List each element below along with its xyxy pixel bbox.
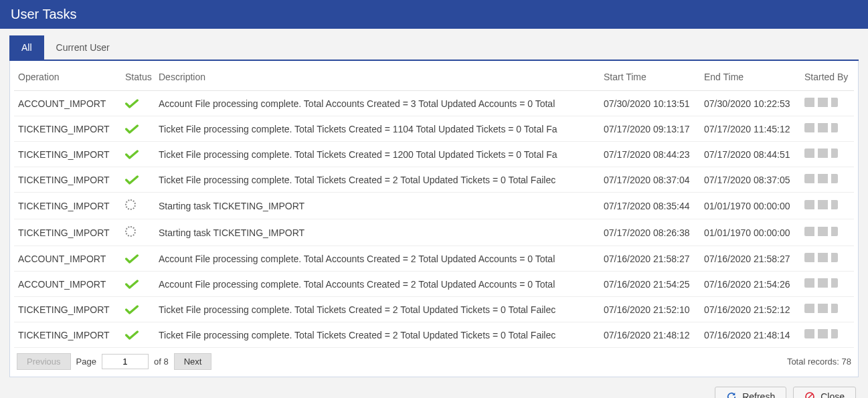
cell-end-time: 07/17/2020 08:44:51 bbox=[700, 142, 800, 167]
redacted-text bbox=[804, 304, 838, 313]
cell-started-by bbox=[800, 322, 854, 348]
content-area: All Current User Operation Status Descri… bbox=[0, 29, 868, 398]
cell-started-by bbox=[800, 297, 854, 322]
cell-started-by bbox=[800, 142, 854, 167]
table-row[interactable]: ACCOUNT_IMPORTAccount File processing co… bbox=[14, 91, 854, 116]
total-records: Total records: 78 bbox=[787, 357, 851, 367]
cell-operation: ACCOUNT_IMPORT bbox=[14, 246, 121, 272]
cell-started-by bbox=[800, 193, 854, 219]
cell-start-time: 07/17/2020 08:44:23 bbox=[600, 142, 700, 167]
cell-description: Ticket File processing complete. Total T… bbox=[155, 167, 600, 193]
cell-operation: TICKETING_IMPORT bbox=[14, 297, 121, 322]
checkmark-icon bbox=[125, 330, 151, 340]
cell-status bbox=[121, 91, 155, 116]
cell-started-by bbox=[800, 91, 854, 116]
table-row[interactable]: ACCOUNT_IMPORTAccount File processing co… bbox=[14, 246, 854, 272]
close-button[interactable]: Close bbox=[793, 387, 856, 398]
cell-description: Account File processing complete. Total … bbox=[155, 272, 600, 297]
redacted-text bbox=[804, 174, 838, 183]
cell-started-by bbox=[800, 246, 854, 272]
cell-operation: TICKETING_IMPORT bbox=[14, 322, 121, 348]
cell-description: Starting task TICKETING_IMPORT bbox=[155, 193, 600, 219]
table-row[interactable]: TICKETING_IMPORTTicket File processing c… bbox=[14, 142, 854, 167]
redacted-text bbox=[804, 200, 838, 209]
tab-all[interactable]: All bbox=[9, 35, 44, 60]
cell-started-by bbox=[800, 116, 854, 142]
redacted-text bbox=[804, 329, 838, 338]
cell-operation: TICKETING_IMPORT bbox=[14, 219, 121, 246]
table-row[interactable]: ACCOUNT_IMPORTAccount File processing co… bbox=[14, 272, 854, 297]
col-status[interactable]: Status bbox=[121, 65, 155, 91]
checkmark-icon bbox=[125, 280, 151, 289]
cell-operation: TICKETING_IMPORT bbox=[14, 116, 121, 142]
cell-description: Ticket File processing complete. Total T… bbox=[155, 297, 600, 322]
cell-start-time: 07/17/2020 08:35:44 bbox=[600, 193, 700, 219]
cell-start-time: 07/17/2020 08:26:38 bbox=[600, 219, 700, 246]
cell-status bbox=[121, 322, 155, 348]
cell-end-time: 01/01/1970 00:00:00 bbox=[700, 219, 800, 246]
cell-start-time: 07/16/2020 21:54:25 bbox=[600, 272, 700, 297]
cell-start-time: 07/16/2020 21:58:27 bbox=[600, 246, 700, 272]
cell-end-time: 01/01/1970 00:00:00 bbox=[700, 193, 800, 219]
cell-operation: TICKETING_IMPORT bbox=[14, 193, 121, 219]
table-row[interactable]: TICKETING_IMPORTStarting task TICKETING_… bbox=[14, 219, 854, 246]
table-row[interactable]: TICKETING_IMPORTTicket File processing c… bbox=[14, 116, 854, 142]
redacted-text bbox=[804, 278, 838, 288]
cell-status bbox=[121, 246, 155, 272]
cell-description: Account File processing complete. Total … bbox=[155, 91, 600, 116]
cell-started-by bbox=[800, 272, 854, 297]
cell-end-time: 07/30/2020 10:22:53 bbox=[700, 91, 800, 116]
cell-start-time: 07/16/2020 21:52:10 bbox=[600, 297, 700, 322]
refresh-label: Refresh bbox=[742, 391, 775, 398]
table-row[interactable]: TICKETING_IMPORTTicket File processing c… bbox=[14, 297, 854, 322]
cell-end-time: 07/16/2020 21:48:14 bbox=[700, 322, 800, 348]
checkmark-icon bbox=[125, 305, 151, 314]
cell-start-time: 07/17/2020 08:37:04 bbox=[600, 167, 700, 193]
cell-started-by bbox=[800, 167, 854, 193]
window-title: User Tasks bbox=[11, 7, 77, 21]
cell-description: Account File processing complete. Total … bbox=[155, 246, 600, 272]
cell-description: Ticket File processing complete. Total T… bbox=[155, 116, 600, 142]
cell-operation: ACCOUNT_IMPORT bbox=[14, 272, 121, 297]
footer-buttons: Refresh Close bbox=[9, 380, 859, 398]
pager: Previous Page of 8 Next Total records: 7… bbox=[14, 348, 854, 373]
user-tasks-window: User Tasks All Current User Operation St… bbox=[0, 0, 868, 398]
checkmark-icon bbox=[125, 124, 151, 134]
cell-status bbox=[121, 272, 155, 297]
table-row[interactable]: TICKETING_IMPORTTicket File processing c… bbox=[14, 167, 854, 193]
tasks-table: Operation Status Description Start Time … bbox=[14, 65, 854, 348]
spinner-icon bbox=[125, 199, 136, 210]
cell-status bbox=[121, 116, 155, 142]
previous-button[interactable]: Previous bbox=[17, 353, 71, 370]
tab-label: Current User bbox=[56, 42, 110, 53]
next-button[interactable]: Next bbox=[174, 353, 212, 370]
refresh-button[interactable]: Refresh bbox=[715, 387, 786, 398]
svg-line-1 bbox=[807, 394, 812, 398]
checkmark-icon bbox=[125, 99, 151, 108]
col-end-time[interactable]: End Time bbox=[700, 65, 800, 91]
cell-status bbox=[121, 167, 155, 193]
table-row[interactable]: TICKETING_IMPORTStarting task TICKETING_… bbox=[14, 193, 854, 219]
tab-label: All bbox=[21, 42, 32, 53]
cell-end-time: 07/16/2020 21:52:12 bbox=[700, 297, 800, 322]
tasks-panel: Operation Status Description Start Time … bbox=[9, 61, 859, 377]
checkmark-icon bbox=[125, 254, 151, 264]
col-started-by[interactable]: Started By bbox=[800, 65, 854, 91]
cell-status bbox=[121, 142, 155, 167]
page-number-input[interactable] bbox=[102, 354, 149, 369]
redacted-text bbox=[804, 227, 838, 236]
col-start-time[interactable]: Start Time bbox=[600, 65, 700, 91]
refresh-icon bbox=[726, 391, 737, 398]
page-label: Page bbox=[76, 357, 96, 367]
redacted-text bbox=[804, 123, 838, 132]
tab-current-user[interactable]: Current User bbox=[44, 35, 122, 60]
close-label: Close bbox=[820, 391, 845, 398]
redacted-text bbox=[804, 253, 838, 262]
cell-end-time: 07/17/2020 08:37:05 bbox=[700, 167, 800, 193]
cell-end-time: 07/16/2020 21:58:27 bbox=[700, 246, 800, 272]
col-operation[interactable]: Operation bbox=[14, 65, 121, 91]
no-entry-icon bbox=[804, 391, 815, 398]
cell-status bbox=[121, 219, 155, 246]
col-description[interactable]: Description bbox=[155, 65, 600, 91]
table-row[interactable]: TICKETING_IMPORTTicket File processing c… bbox=[14, 322, 854, 348]
